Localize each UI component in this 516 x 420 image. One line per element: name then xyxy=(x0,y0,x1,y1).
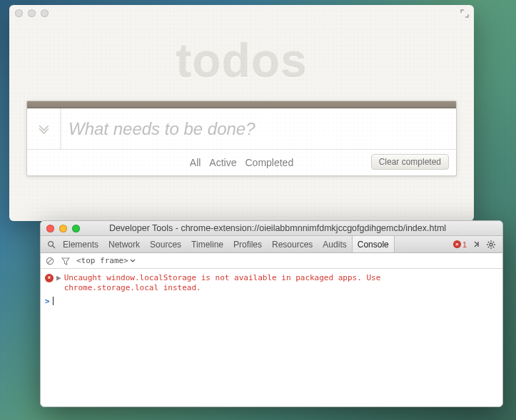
todos-app-window: todos All Active Completed Clear complet… xyxy=(9,5,474,221)
close-icon[interactable] xyxy=(15,9,23,17)
minimize-icon[interactable] xyxy=(59,225,67,232)
devtools-tab-bar: Elements Network Sources Timeline Profil… xyxy=(41,236,502,253)
error-count: 1 xyxy=(462,240,467,249)
zoom-icon[interactable] xyxy=(41,9,49,17)
minimize-icon[interactable] xyxy=(28,9,36,17)
filter-completed[interactable]: Completed xyxy=(245,157,293,168)
console-toolbar: <top frame> xyxy=(41,253,502,269)
console-output: × ▶ Uncaught window.localStorage is not … xyxy=(41,269,502,310)
svg-line-1 xyxy=(53,245,55,247)
console-input-row[interactable]: > xyxy=(45,295,498,307)
console-error-message: Uncaught window.localStorage is not avai… xyxy=(64,273,385,294)
tab-elements[interactable]: Elements xyxy=(58,236,103,252)
tab-sources[interactable]: Sources xyxy=(145,236,186,252)
filter-group: All Active Completed xyxy=(190,157,293,168)
gear-icon[interactable] xyxy=(484,240,498,250)
todo-footer: All Active Completed Clear completed xyxy=(27,150,456,175)
clear-completed-button[interactable]: Clear completed xyxy=(371,154,449,170)
expand-arrow-icon[interactable]: ▶ xyxy=(56,273,61,282)
svg-line-4 xyxy=(48,258,52,262)
traffic-lights xyxy=(15,9,49,17)
tab-console[interactable]: Console xyxy=(352,236,395,252)
prompt-icon: > xyxy=(45,297,50,306)
tab-network[interactable]: Network xyxy=(103,236,145,252)
chevron-down-icon xyxy=(130,258,136,264)
zoom-icon[interactable] xyxy=(72,225,80,232)
search-icon[interactable] xyxy=(45,240,58,249)
tab-resources[interactable]: Resources xyxy=(267,236,318,252)
clear-console-icon[interactable] xyxy=(45,257,55,265)
devtools-titlebar[interactable]: Developer Tools - chrome-extension://oie… xyxy=(41,221,502,236)
svg-point-2 xyxy=(490,243,492,246)
todos-titlebar[interactable] xyxy=(9,5,474,21)
frame-selector-label: <top frame> xyxy=(76,256,128,265)
error-icon: × xyxy=(45,274,54,282)
drawer-toggle-icon[interactable] xyxy=(470,240,484,249)
error-count-badge[interactable]: × 1 xyxy=(450,240,470,249)
svg-point-0 xyxy=(49,241,54,246)
filter-icon[interactable] xyxy=(61,257,71,265)
frame-selector[interactable]: <top frame> xyxy=(76,256,136,265)
close-icon[interactable] xyxy=(46,225,54,232)
console-error-row[interactable]: × ▶ Uncaught window.localStorage is not … xyxy=(45,272,498,295)
error-icon: × xyxy=(453,240,461,248)
tab-audits[interactable]: Audits xyxy=(318,236,351,252)
text-cursor xyxy=(53,297,54,305)
tab-profiles[interactable]: Profiles xyxy=(228,236,267,252)
tab-timeline[interactable]: Timeline xyxy=(186,236,228,252)
devtools-window-title: Developer Tools - chrome-extension://oie… xyxy=(80,223,497,233)
devtools-window: Developer Tools - chrome-extension://oie… xyxy=(40,220,503,407)
traffic-lights xyxy=(46,225,80,232)
fullscreen-icon[interactable] xyxy=(460,9,469,18)
filter-all[interactable]: All xyxy=(190,157,201,168)
filter-active[interactable]: Active xyxy=(209,157,236,168)
window-texture xyxy=(9,5,474,221)
